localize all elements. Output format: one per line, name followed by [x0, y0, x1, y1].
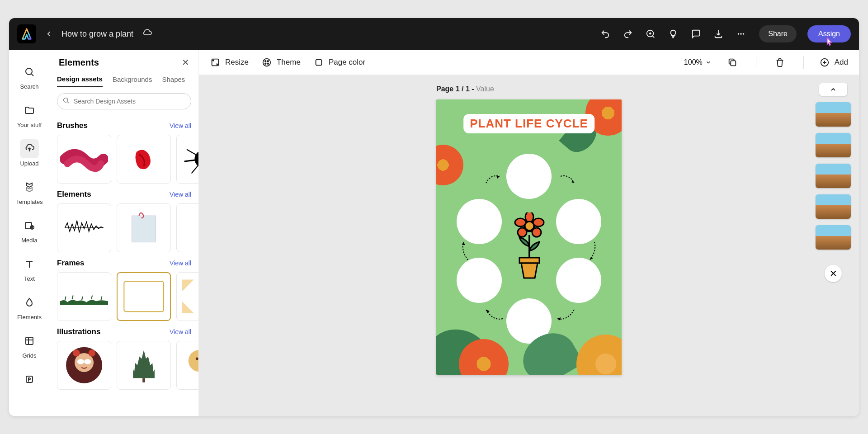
grids-icon — [20, 331, 39, 350]
frame-thumb[interactable] — [57, 272, 111, 321]
svg-point-16 — [195, 151, 198, 168]
rail-your-stuff[interactable]: Your stuff — [13, 96, 46, 133]
add-page-button[interactable]: Add — [819, 57, 848, 68]
elements-panel-title: Elements — [59, 57, 99, 68]
arrow-icon — [484, 305, 506, 323]
illustration-thumb[interactable] — [117, 341, 171, 390]
svg-point-25 — [84, 359, 91, 364]
close-thumbnails-button[interactable]: ✕ — [825, 265, 842, 282]
svg-point-38 — [267, 60, 269, 61]
plus-circle-icon — [819, 57, 830, 68]
svg-point-24 — [77, 359, 84, 364]
arrow-icon — [581, 240, 599, 262]
undo-button[interactable] — [597, 26, 613, 42]
rail-text[interactable]: Text — [13, 250, 46, 287]
element-thumb[interactable] — [117, 203, 171, 252]
page-thumbnail[interactable] — [816, 164, 851, 188]
brush-thumb[interactable] — [117, 135, 171, 184]
more-icon[interactable] — [733, 26, 749, 42]
zoom-dropdown[interactable]: 100% — [684, 58, 712, 66]
svg-rect-42 — [731, 61, 736, 66]
canvas-viewport[interactable]: Page 1 / 1 - Value PLANT LIFE CYCLE — [199, 75, 859, 416]
svg-point-9 — [64, 98, 68, 102]
elements-view-all[interactable]: View all — [170, 191, 191, 198]
page-thumbnail[interactable] — [816, 102, 851, 127]
frames-view-all[interactable]: View all — [170, 259, 191, 267]
tab-design-assets[interactable]: Design assets — [57, 71, 103, 87]
comments-icon[interactable] — [688, 26, 704, 42]
cycle-slot[interactable] — [457, 258, 502, 303]
cloud-sync-icon[interactable] — [142, 28, 152, 40]
elements-heading: Elements — [57, 190, 91, 199]
svg-point-1 — [738, 33, 740, 35]
theme-button[interactable]: Theme — [261, 57, 301, 68]
page-color-button[interactable]: Page color — [313, 57, 365, 68]
cycle-slot[interactable] — [457, 199, 502, 244]
canvas-page[interactable]: PLANT LIFE CYCLE — [436, 99, 622, 375]
illustration-thumb[interactable] — [57, 341, 111, 390]
tips-icon[interactable] — [665, 26, 681, 42]
rail-elements[interactable]: Elements — [13, 288, 46, 325]
page-thumbnail[interactable] — [816, 194, 851, 219]
cycle-slot[interactable] — [556, 258, 601, 303]
page-thumbnail[interactable] — [816, 133, 851, 157]
element-thumb[interactable] — [176, 203, 198, 252]
delete-page-button[interactable] — [772, 54, 788, 71]
element-thumb[interactable] — [57, 203, 111, 252]
document-title[interactable]: How to grow a plant — [61, 29, 133, 39]
tab-backgrounds[interactable]: Backgrounds — [113, 72, 152, 87]
svg-point-37 — [265, 60, 266, 61]
cycle-slot[interactable] — [506, 154, 552, 199]
section-frames: FramesView all — [57, 259, 191, 321]
frames-heading: Frames — [57, 259, 84, 268]
share-button[interactable]: Share — [759, 25, 797, 42]
rail-brands[interactable] — [13, 365, 46, 393]
frame-thumb[interactable] — [117, 272, 171, 321]
assign-button[interactable]: Assign — [807, 25, 851, 42]
rail-grids[interactable]: Grids — [13, 327, 46, 363]
brush-thumb[interactable] — [57, 135, 111, 184]
svg-point-27 — [89, 350, 95, 357]
flower-pot-graphic[interactable] — [510, 212, 548, 282]
app-logo[interactable] — [17, 24, 36, 43]
poster-title[interactable]: PLANT LIFE CYCLE — [463, 114, 594, 133]
redo-button[interactable] — [620, 26, 636, 42]
arrow-icon — [558, 172, 576, 190]
svg-rect-20 — [124, 282, 164, 312]
illustration-thumb[interactable] — [176, 341, 198, 390]
rail-media[interactable]: Media — [13, 212, 46, 248]
flower-decoration — [436, 145, 463, 185]
rail-search[interactable]: Search — [13, 58, 46, 94]
svg-point-50 — [525, 222, 534, 231]
page-thumbnail[interactable] — [816, 225, 851, 250]
left-rail: Search Your stuff Upload Templates Media… — [9, 50, 50, 416]
rail-upload[interactable]: Upload — [13, 135, 46, 171]
arrow-icon — [554, 305, 576, 323]
canvas-toolbar: Resize Theme Page color 100% Add — [199, 50, 859, 75]
download-icon[interactable] — [710, 26, 726, 42]
back-button[interactable] — [42, 28, 55, 40]
tab-shapes[interactable]: Shapes — [162, 72, 185, 87]
rail-templates[interactable]: Templates — [13, 173, 46, 210]
elements-search-input[interactable] — [57, 93, 191, 109]
feature-icon[interactable] — [642, 26, 659, 42]
svg-point-26 — [73, 350, 80, 357]
svg-rect-28 — [142, 378, 145, 383]
svg-point-29 — [189, 350, 198, 372]
brush-thumb[interactable] — [176, 135, 198, 184]
close-panel-button[interactable]: ✕ — [182, 57, 189, 68]
brushes-heading: Brushes — [57, 121, 88, 130]
illustrations-view-all[interactable]: View all — [170, 328, 191, 335]
duplicate-page-button[interactable] — [724, 54, 741, 71]
elements-panel: Elements ✕ Design assets Backgrounds Sha… — [50, 50, 199, 416]
theme-icon — [261, 57, 272, 68]
collapse-thumbnails-button[interactable] — [819, 83, 847, 96]
brand-icon — [20, 370, 39, 389]
resize-icon — [210, 57, 221, 68]
text-icon — [20, 255, 39, 274]
frame-thumb[interactable] — [176, 272, 198, 321]
resize-button[interactable]: Resize — [210, 57, 249, 68]
svg-point-40 — [267, 63, 269, 64]
brushes-view-all[interactable]: View all — [170, 122, 191, 129]
cycle-slot[interactable] — [556, 199, 601, 244]
